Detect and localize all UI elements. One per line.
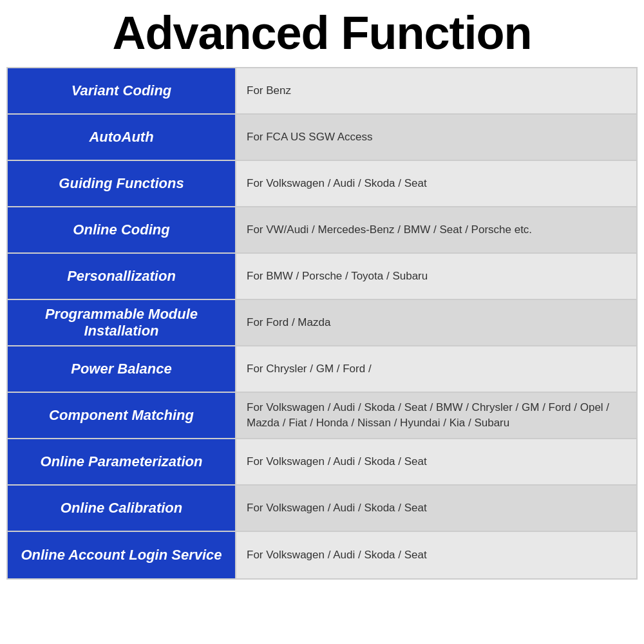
feature-label-cell: Online Account Login Service (8, 532, 236, 578)
feature-value: For Ford / Mazda (247, 315, 330, 330)
table-row: Variant CodingFor Benz (8, 68, 636, 115)
feature-label: Online Calibration (61, 500, 182, 516)
feature-value-cell: For Benz (236, 68, 636, 113)
feature-value: For Volkswagen / Audi / Skoda / Seat (247, 547, 427, 563)
feature-label: Power Balance (71, 361, 172, 377)
feature-value: For Benz (247, 83, 291, 99)
feature-label-cell: AutoAuth (8, 115, 236, 160)
feature-value-cell: For Volkswagen / Audi / Skoda / Seat / B… (236, 393, 636, 438)
feature-value-cell: For Volkswagen / Audi / Skoda / Seat (236, 486, 636, 531)
feature-value-cell: For Chrysler / GM / Ford / (236, 346, 636, 392)
page-wrapper: Advanced Function Variant CodingFor Benz… (0, 0, 644, 644)
feature-label: Variant Coding (71, 82, 172, 99)
feature-value-cell: For VW/Audi / Mercedes-Benz / BMW / Seat… (236, 207, 636, 252)
feature-label: Guiding Functions (59, 175, 184, 192)
feature-value-cell: For Volkswagen / Audi / Skoda / Seat (236, 532, 636, 578)
feature-label-cell: Programmable Module Installation (8, 300, 236, 345)
feature-label: Online Coding (73, 222, 169, 238)
feature-label: Personallization (67, 268, 176, 285)
features-table: Variant CodingFor BenzAutoAuthFor FCA US… (6, 67, 638, 580)
table-row: Guiding FunctionsFor Volkswagen / Audi /… (8, 161, 636, 207)
feature-label-cell: Online Coding (8, 207, 236, 252)
feature-value: For Volkswagen / Audi / Skoda / Seat (247, 500, 427, 516)
feature-label: Online Account Login Service (21, 547, 222, 564)
feature-value-cell: For Ford / Mazda (236, 300, 636, 345)
table-row: Programmable Module InstallationFor Ford… (8, 300, 636, 346)
feature-value: For Volkswagen / Audi / Skoda / Seat (247, 176, 427, 191)
feature-label-cell: Personallization (8, 254, 236, 299)
feature-value-cell: For Volkswagen / Audi / Skoda / Seat (236, 161, 636, 206)
table-row: AutoAuthFor FCA US SGW Access (8, 115, 636, 161)
feature-label: AutoAuth (89, 129, 153, 146)
page-title: Advanced Function (6, 6, 638, 59)
feature-value: For Volkswagen / Audi / Skoda / Seat (247, 454, 427, 469)
feature-label: Online Parameterization (41, 453, 203, 470)
feature-value-cell: For Volkswagen / Audi / Skoda / Seat (236, 439, 636, 484)
table-row: Online Account Login ServiceFor Volkswag… (8, 532, 636, 578)
feature-label-cell: Online Calibration (8, 486, 236, 531)
feature-label-cell: Guiding Functions (8, 161, 236, 206)
table-row: Online CalibrationFor Volkswagen / Audi … (8, 486, 636, 532)
feature-label-cell: Online Parameterization (8, 439, 236, 484)
table-row: Online CodingFor VW/Audi / Mercedes-Benz… (8, 207, 636, 254)
table-row: Online ParameterizationFor Volkswagen / … (8, 439, 636, 486)
feature-value: For Volkswagen / Audi / Skoda / Seat / B… (247, 400, 626, 431)
table-row: PersonallizationFor BMW / Porsche / Toyo… (8, 254, 636, 300)
feature-value-cell: For FCA US SGW Access (236, 115, 636, 160)
feature-value: For FCA US SGW Access (247, 129, 373, 145)
feature-value: For Chrysler / GM / Ford / (247, 361, 372, 377)
table-row: Component MatchingFor Volkswagen / Audi … (8, 393, 636, 439)
feature-value: For BMW / Porsche / Toyota / Subaru (247, 269, 428, 284)
table-row: Power BalanceFor Chrysler / GM / Ford / (8, 346, 636, 393)
feature-value: For VW/Audi / Mercedes-Benz / BMW / Seat… (247, 222, 532, 238)
feature-label: Component Matching (49, 407, 194, 424)
feature-label-cell: Variant Coding (8, 68, 236, 113)
feature-label: Programmable Module Installation (15, 306, 227, 340)
feature-label-cell: Power Balance (8, 346, 236, 392)
feature-value-cell: For BMW / Porsche / Toyota / Subaru (236, 254, 636, 299)
feature-label-cell: Component Matching (8, 393, 236, 438)
